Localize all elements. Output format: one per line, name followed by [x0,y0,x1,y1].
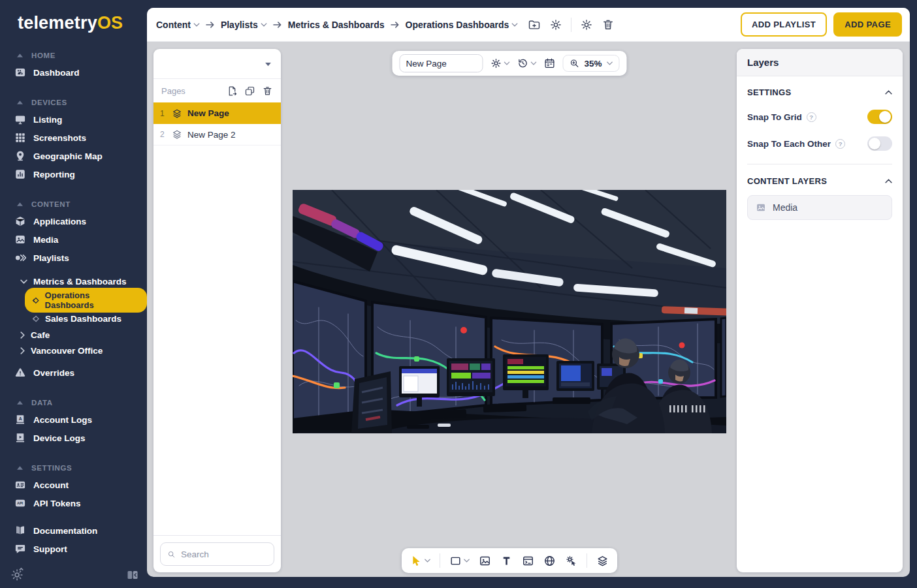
section-devices[interactable]: DEVICES [0,95,147,110]
add-folder-icon[interactable] [528,18,541,31]
section-data[interactable]: DATA [0,395,147,410]
divider [747,164,892,164]
chevron-down-icon [193,23,200,27]
sidebar-item-playlists[interactable]: Playlists [0,249,147,267]
interactive-tool[interactable] [565,555,577,567]
workspace: Pages 1 New Page 2 New Page 2 [147,42,910,577]
breadcrumb-metrics-dashboards[interactable]: Metrics & Dashboards [288,20,385,30]
canvas-tools-toolbar [402,548,617,573]
sun-icon [10,567,25,581]
tree-cafe[interactable]: Cafe [0,327,147,343]
caret-down-icon [265,62,272,67]
media-icon [14,234,26,245]
duplicate-page-icon[interactable] [244,85,255,97]
add-page-button[interactable]: ADD PAGE [833,12,902,37]
shape-tool[interactable] [449,555,470,567]
collapse-triangle-icon [17,54,23,57]
canvas-toolbar: 35% [392,51,626,76]
section-content[interactable]: CONTENT [0,196,147,212]
layers-tool[interactable] [596,555,609,567]
layer-item-media[interactable]: Media [747,195,892,220]
pages-header: Pages [153,79,281,102]
pages-panel: Pages 1 New Page 2 New Page 2 [153,49,281,572]
breadcrumb-operations-dashboards[interactable]: Operations Dashboards [406,20,519,30]
breadcrumb-playlists[interactable]: Playlists [221,20,267,30]
delete-page-icon[interactable] [262,85,273,97]
zoom-control[interactable]: 35% [562,55,619,72]
new-page-icon[interactable] [227,85,238,97]
sidebar-item-screenshots[interactable]: Screenshots [0,129,147,147]
globe-icon [543,555,556,567]
snap-to-grid-toggle[interactable] [867,110,892,124]
sidebar-item-device-logs[interactable]: Device Logs [0,429,147,447]
chevron-down-icon [464,559,470,563]
layers-icon [172,108,182,119]
diamond-icon [31,296,40,305]
chevron-up-icon [885,179,892,183]
sidebar-item-listing[interactable]: Listing [0,110,147,129]
sidebar-item-geographic-map[interactable]: Geographic Map [0,147,147,165]
media-layer-image[interactable] [293,190,726,433]
arrow-right-icon [273,21,282,29]
text-icon [500,555,513,567]
chevron-down-icon [511,23,518,27]
zoom-in-icon [569,58,579,69]
settings-section-header[interactable]: SETTINGS [747,87,892,97]
sidebar-item-support[interactable]: Support [0,540,147,558]
sidebar-footer [0,563,147,583]
map-pin-icon [14,150,26,162]
collapse-triangle-icon [17,101,23,104]
sidebar-item-dashboard[interactable]: Dashboard [0,63,147,82]
control-room-photo [293,190,726,433]
sidebar-item-applications[interactable]: Applications [0,212,147,230]
zoom-level: 35% [584,59,602,69]
sidebar: telemetryOS HOME Dashboard DEVICES Listi… [0,0,147,588]
content-area: Content Playlists Metrics & Dashboards O… [147,8,910,577]
search-input[interactable] [181,549,267,559]
tree-operations-dashboards-selected[interactable]: Operations Dashboards [25,288,147,313]
sidebar-item-media[interactable]: Media [0,230,147,249]
panel-collapse-icon [127,570,138,580]
sidebar-item-account-logs[interactable]: A Account Logs [0,410,147,429]
snap-to-grid-row: Snap To Grid ? [747,110,892,124]
svg-text:API: API [17,501,24,505]
pages-dropdown[interactable] [153,49,281,79]
theme-toggle-button[interactable] [10,567,25,581]
sidebar-item-api-tokens[interactable]: API API Tokens [0,494,147,512]
sidebar-item-overrides[interactable]: Overrides [0,364,147,382]
section-home[interactable]: HOME [0,48,147,63]
sidebar-item-reporting[interactable]: Reporting [0,165,147,183]
playlist-settings-icon[interactable] [580,18,593,31]
logo-suffix: OS [97,13,123,33]
sidebar-collapse-button[interactable] [127,570,138,580]
divider [587,553,587,568]
select-tool[interactable] [410,555,430,567]
page-row-new-page[interactable]: 1 New Page [153,102,281,124]
collapse-triangle-icon [17,202,23,206]
section-settings[interactable]: SETTINGS [0,460,147,476]
page-name-input[interactable] [399,54,483,72]
help-icon[interactable]: ? [835,139,845,149]
breadcrumb-content[interactable]: Content [156,20,200,30]
application-tool[interactable] [522,555,534,567]
add-playlist-button[interactable]: ADD PLAYLIST [741,12,827,37]
image-tool[interactable] [479,555,491,567]
folder-settings-icon[interactable] [549,18,562,31]
page-settings-dropdown[interactable] [490,57,509,69]
page-duration-dropdown[interactable] [517,57,536,69]
snap-to-each-other-toggle[interactable] [867,136,892,151]
web-tool[interactable] [543,555,556,567]
image-icon [479,555,491,567]
layers-panel-title: Layers [737,49,903,76]
sidebar-item-documentation[interactable]: Documentation [0,521,147,540]
tree-vancouver-office[interactable]: Vancouver Office [0,343,147,358]
sidebar-item-account[interactable]: Account [0,476,147,494]
page-schedule-button[interactable] [543,57,555,69]
help-icon[interactable]: ? [807,112,816,122]
delete-icon[interactable] [602,18,615,31]
pages-search [153,535,281,572]
content-layers-section-header[interactable]: CONTENT LAYERS [747,176,892,186]
text-tool[interactable] [500,555,513,567]
page-row-new-page-2[interactable]: 2 New Page 2 [153,124,281,146]
layers-icon [596,555,609,567]
